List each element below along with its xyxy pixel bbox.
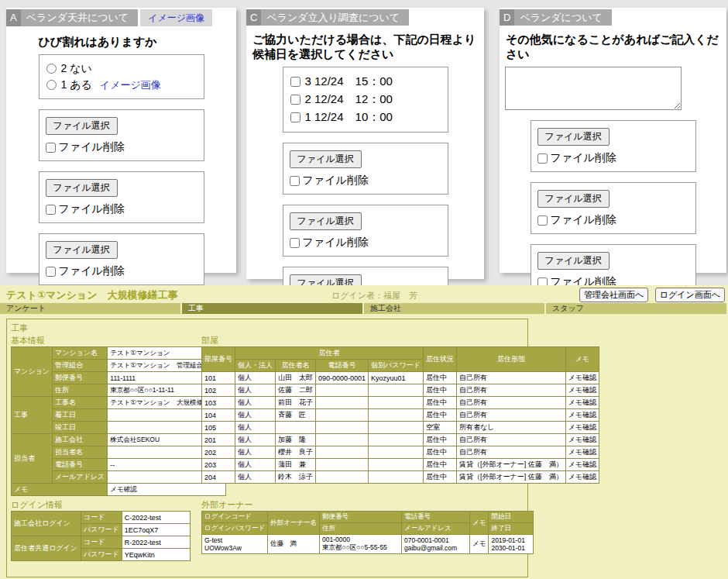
cell-password (369, 434, 424, 446)
file-delete-checkbox[interactable] (290, 238, 300, 248)
file-delete-option[interactable]: ファイル削除 (537, 213, 689, 227)
memo-link[interactable]: メモ確認 (110, 485, 136, 493)
date-label: 1 12/24 10：00 (305, 110, 393, 125)
table-row: 104 個人 斉藤 匠 居住中 自己所有 メモ確認 (202, 409, 599, 422)
cell-ownership: 賃貸（[外部オーナー] 佐藤 満） (456, 459, 565, 471)
cell-room-no: 101 (202, 372, 235, 384)
panel-c-header: C ベランダ立入り調査について (246, 9, 484, 26)
file-delete-option[interactable]: ファイル削除 (537, 151, 689, 165)
memo-label: メモ (12, 484, 108, 496)
tab-construction[interactable]: 工事 (182, 303, 364, 314)
image-link[interactable]: イメージ画像 (148, 12, 204, 23)
panel-d-question: その他気になることがあればご記入ください (506, 32, 719, 61)
col-owner-name: 外部オーナー名 (268, 512, 320, 535)
file-delete-option[interactable]: ファイル削除 (46, 202, 197, 216)
date-checkbox[interactable] (290, 77, 300, 87)
col-postal: 郵便番号 (320, 512, 402, 523)
tab-contractor[interactable]: 施工会社 (364, 303, 546, 314)
date-option[interactable]: 1 12/24 10：00 (290, 109, 441, 126)
file-select-button[interactable]: ファイル選択 (46, 179, 118, 197)
memo-link[interactable]: メモ確認 (568, 411, 596, 419)
field-label: 電話番号 (53, 459, 108, 471)
tab-staff[interactable]: スタッフ (546, 303, 728, 314)
cell-phone (316, 434, 369, 446)
radio-label: 1 ある (61, 78, 92, 92)
radio-input-aru[interactable] (46, 80, 57, 90)
memo-link[interactable]: メモ確認 (568, 386, 596, 394)
file-delete-checkbox[interactable] (290, 176, 300, 186)
cell-type: 個人 (235, 384, 276, 397)
group-tantou: 担当者 (12, 434, 53, 484)
cell-password (369, 471, 424, 484)
field-label: 郵便番号 (53, 372, 108, 384)
col-ownership: 居住形態 (456, 347, 565, 372)
cell-ownership: 自己所有 (456, 372, 565, 384)
file-delete-checkbox[interactable] (537, 153, 548, 164)
file-delete-checkbox[interactable] (46, 267, 56, 277)
file-upload-box: ファイル選択 ファイル削除 (39, 109, 204, 161)
cell-phone (316, 384, 369, 397)
file-delete-option[interactable]: ファイル削除 (46, 140, 197, 154)
login-info-caption: ログイン情報 (11, 499, 201, 510)
tab-survey[interactable]: アンケート (0, 303, 182, 314)
cell-name: 蒲田 兼 (276, 459, 316, 471)
file-delete-checkbox[interactable] (537, 215, 548, 226)
memo-link[interactable]: メモ確認 (568, 374, 596, 381)
group-kouji: 工事 (12, 397, 53, 434)
image-link[interactable]: イメージ画像 (100, 78, 161, 92)
file-select-button[interactable]: ファイル選択 (537, 190, 610, 208)
file-select-button[interactable]: ファイル選択 (537, 252, 610, 270)
password-value: YEqwKitn (122, 549, 190, 561)
login-screen-button[interactable]: ログイン画面へ (655, 288, 725, 302)
login-info-table: 施工会社ログイン コード C-2022-test パスワード 1EC7oqX7 … (11, 511, 191, 561)
rooms-caption: 部屋 (201, 335, 599, 346)
date-option[interactable]: 3 12/24 15：00 (290, 73, 441, 91)
cell-ownership: 自己所有 (456, 409, 565, 422)
date-option[interactable]: 2 12/24 12：00 (290, 91, 441, 109)
file-upload-box: ファイル選択 ファイル削除 (531, 182, 696, 234)
file-select-button[interactable]: ファイル選択 (46, 241, 118, 259)
file-delete-label: ファイル削除 (59, 264, 125, 278)
date-checkbox[interactable] (290, 95, 300, 105)
code-label: コード (81, 536, 122, 549)
password-label: パスワード (81, 524, 122, 536)
radio-input-nai[interactable] (46, 64, 57, 74)
memo-link[interactable]: メモ確認 (568, 473, 596, 481)
file-select-button[interactable]: ファイル選択 (290, 150, 362, 168)
col-name: 居住者名 (276, 360, 316, 372)
table-row: 102 個人 佐藤 二郎 居住中 自己所有 メモ確認 (202, 384, 599, 397)
cell-room-no: 204 (202, 471, 235, 484)
memo-link[interactable]: メモ確認 (568, 448, 596, 456)
survey-section: A ベランダ天井について イメージ画像 ひび割れはありますか 2 ない 1 ある… (0, 0, 728, 285)
table-row: 105 個人 空室 所有者なし メモ確認 (202, 422, 599, 434)
cell-ownership: 自己所有 (456, 434, 565, 446)
col-phone: 電話番号 (316, 360, 369, 372)
file-delete-checkbox[interactable] (46, 143, 56, 153)
radio-option-aru[interactable]: 1 ある イメージ画像 (46, 77, 197, 93)
memo-link[interactable]: メモ (472, 539, 486, 547)
field-label: 担当者名 (53, 446, 108, 459)
cell-status: 居住中 (423, 397, 456, 409)
radio-option-nai[interactable]: 2 ない (46, 60, 197, 77)
cell-login: G-test UOWow3Aw (202, 535, 268, 554)
file-delete-option[interactable]: ファイル削除 (290, 174, 441, 188)
memo-link[interactable]: メモ確認 (568, 436, 596, 443)
file-delete-option[interactable]: ファイル削除 (46, 264, 197, 278)
date-checkbox[interactable] (290, 112, 300, 122)
file-delete-checkbox[interactable] (46, 205, 56, 215)
cell-status: 空室 (423, 422, 456, 434)
free-comment-textarea[interactable] (505, 67, 682, 110)
cell-status: 居住中 (423, 409, 456, 422)
management-screen-button[interactable]: 管理会社画面へ (579, 288, 648, 302)
memo-link[interactable]: メモ確認 (568, 398, 596, 406)
memo-link[interactable]: メモ確認 (568, 423, 596, 431)
file-delete-option[interactable]: ファイル削除 (290, 236, 441, 250)
panel-a-image-chip: イメージ画像 (140, 9, 212, 26)
memo-link[interactable]: メモ確認 (568, 460, 596, 468)
file-select-button[interactable]: ファイル選択 (537, 128, 610, 146)
cell-type: 個人 (235, 372, 276, 384)
file-select-button[interactable]: ファイル選択 (290, 212, 362, 230)
cell-password (369, 422, 424, 434)
file-select-button[interactable]: ファイル選択 (46, 117, 118, 135)
field-label: 工事名 (53, 397, 108, 409)
